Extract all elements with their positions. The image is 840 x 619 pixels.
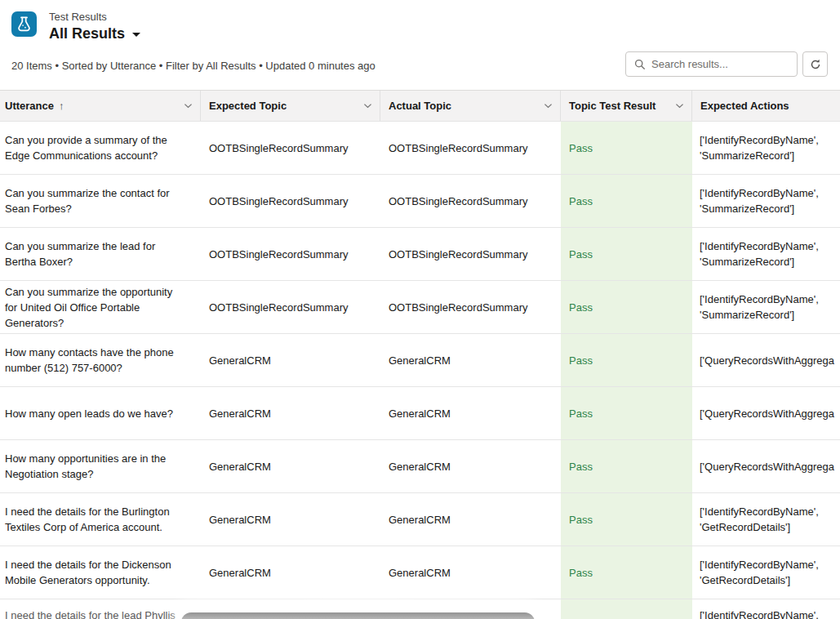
chevron-down-icon [362,100,373,111]
cell-expected-actions: ['IdentifyRecordByName', 'GetRecordDetai… [692,493,840,546]
table-row[interactable]: Can you summarize the lead for Bertha Bo… [0,228,840,281]
page-header: Test Results All Results 20 Items • Sort… [0,0,840,90]
sort-ascending-icon: ↑ [59,100,64,112]
search-input[interactable] [651,58,782,70]
column-header-expected-actions[interactable]: Expected Actions [692,91,840,121]
cell-expected-actions: ['IdentifyRecordByName', [692,599,840,619]
chevron-down-icon [132,33,140,37]
cell-expected-topic: OOTBSingleRecordSummary [201,175,380,227]
cell-actual-topic: GeneralCRM [380,334,561,386]
cell-expected-topic: GeneralCRM [201,546,380,599]
cell-expected-topic: OOTBSingleRecordSummary [201,122,380,174]
cell-expected-actions: ['IdentifyRecordByName', 'SummarizeRecor… [692,122,840,174]
chevron-down-icon [543,100,553,111]
cell-utterance: How many contacts have the phone number … [0,334,201,386]
cell-actual-topic: GeneralCRM [380,387,561,439]
cell-expected-actions: ['IdentifyRecordByName', 'SummarizeRecor… [692,228,840,280]
cell-topic-test-result: Pass [561,334,692,386]
cell-expected-actions: ['QueryRecordsWithAggrega [692,440,840,492]
chevron-down-icon [674,100,685,111]
cell-topic-test-result: Pass [561,546,692,599]
cell-expected-topic: GeneralCRM [201,493,380,546]
search-icon [634,59,646,70]
table-row[interactable]: How many opportunities are in the Negoti… [0,440,840,493]
cell-topic-test-result: Pass [561,440,692,492]
table-body: Can you provide a summary of the Edge Co… [0,122,840,619]
table-row[interactable]: I need the details for the Burlington Te… [0,493,840,546]
column-header-actual-topic[interactable]: Actual Topic [380,91,561,121]
cell-expected-topic: OOTBSingleRecordSummary [201,281,380,333]
test-results-page: Test Results All Results 20 Items • Sort… [0,0,840,619]
cell-utterance: I need the details for the Burlington Te… [0,493,201,546]
cell-actual-topic: GeneralCRM [380,493,561,546]
cell-utterance: How many open leads do we have? [0,387,201,439]
table-row[interactable]: Can you provide a summary of the Edge Co… [0,122,840,175]
cell-topic-test-result: Pass [561,387,692,439]
cell-actual-topic: OOTBSingleRecordSummary [380,175,561,227]
cell-actual-topic: OOTBSingleRecordSummary [380,281,561,333]
cell-actual-topic: OOTBSingleRecordSummary [380,228,561,280]
cell-expected-topic: OOTBSingleRecordSummary [201,228,380,280]
cell-utterance: Can you provide a summary of the Edge Co… [0,122,201,174]
cell-expected-topic: GeneralCRM [201,334,380,386]
table-header: Utterance↑ Expected Topic Actual Topic T… [0,90,840,122]
cell-expected-actions: ['QueryRecordsWithAggrega [692,334,840,386]
docked-panel-edge[interactable] [181,612,535,619]
table-row[interactable]: Can you summarize the opportunity for Un… [0,281,840,334]
cell-expected-topic: GeneralCRM [201,387,380,439]
table-row[interactable]: How many contacts have the phone number … [0,334,840,387]
flask-icon [11,11,37,37]
list-summary: 20 Items • Sorted by Utterance • Filter … [11,60,376,72]
cell-actual-topic: OOTBSingleRecordSummary [380,122,561,174]
cell-expected-actions: ['IdentifyRecordByName', 'SummarizeRecor… [692,175,840,227]
cell-expected-actions: ['QueryRecordsWithAggrega [692,387,840,439]
page-title: All Results [49,24,125,42]
cell-expected-topic: GeneralCRM [201,440,380,492]
cell-utterance: I need the details for the Dickenson Mob… [0,546,201,599]
chevron-down-icon [183,100,193,111]
refresh-button[interactable] [802,51,828,77]
cell-topic-test-result [561,599,692,619]
cell-utterance: Can you summarize the contact for Sean F… [0,175,201,227]
cell-actual-topic: GeneralCRM [380,546,561,599]
column-header-topic-test-result[interactable]: Topic Test Result [561,91,692,121]
table-row[interactable]: How many open leads do we have? GeneralC… [0,387,840,440]
cell-topic-test-result: Pass [561,122,692,174]
cell-utterance: I need the details for the lead Phyllis [0,599,201,619]
cell-expected-actions: ['IdentifyRecordByName', 'GetRecordDetai… [692,546,840,599]
cell-actual-topic: GeneralCRM [380,440,561,492]
cell-utterance: Can you summarize the opportunity for Un… [0,281,201,333]
cell-topic-test-result: Pass [561,228,692,280]
object-label: Test Results [49,11,140,24]
cell-utterance: Can you summarize the lead for Bertha Bo… [0,228,201,280]
column-header-expected-topic[interactable]: Expected Topic [201,91,380,121]
results-table: Utterance↑ Expected Topic Actual Topic T… [0,90,840,619]
cell-topic-test-result: Pass [561,175,692,227]
column-header-utterance[interactable]: Utterance↑ [0,91,201,121]
search-box[interactable] [625,51,798,77]
cell-expected-actions: ['IdentifyRecordByName', 'SummarizeRecor… [692,281,840,333]
cell-topic-test-result: Pass [561,493,692,546]
list-view-selector[interactable]: All Results [49,24,140,42]
cell-utterance: How many opportunities are in the Negoti… [0,440,201,492]
table-row[interactable]: Can you summarize the contact for Sean F… [0,175,840,228]
table-row[interactable]: I need the details for the Dickenson Mob… [0,546,840,599]
cell-topic-test-result: Pass [561,281,692,333]
